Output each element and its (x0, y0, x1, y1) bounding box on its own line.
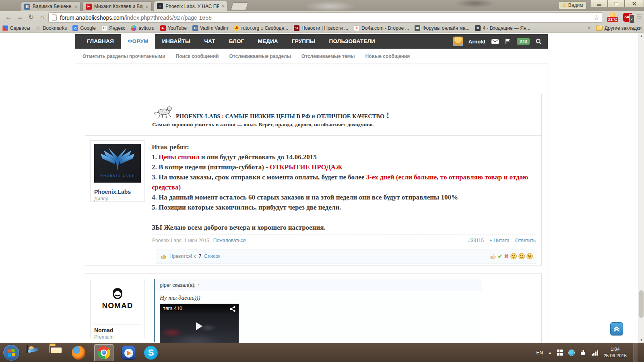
nav-home[interactable]: ГЛАВНАЯ (80, 34, 121, 49)
nav-users[interactable]: ПОЛЬЗОВАТЕЛИ (322, 34, 382, 49)
double-chevron-up-icon (613, 326, 620, 332)
reply-link[interactable]: Ответить (515, 238, 536, 243)
close-icon (632, 1, 637, 6)
post-username[interactable]: Nomad (94, 324, 141, 333)
video-embed[interactable]: тяга 410 (160, 304, 239, 343)
page-scrollbar[interactable]: ▴ ▾ (638, 33, 644, 343)
tray-expand-icon[interactable]: ▲ (548, 351, 552, 355)
taskbar-chrome-icon-active[interactable] (94, 344, 114, 361)
nav-media[interactable]: МЕДИА (251, 34, 285, 49)
bookmark-rutor[interactable]: ☭rutor.org :: Свободн... (233, 25, 288, 31)
quote-block: giper сказал(а): ↑ Ну ты даёшь))) тяга 4… (154, 279, 482, 342)
show-desktop-button[interactable] (634, 343, 638, 362)
back-button[interactable]: ← (3, 12, 14, 22)
forward-button[interactable]: → (14, 12, 25, 22)
profile-chip[interactable]: ⚠ Вадим (559, 1, 586, 9)
bookmark-google[interactable]: gGoogle (72, 25, 96, 31)
chrome-menu-icon[interactable]: ☰ (635, 12, 643, 22)
avatar[interactable]: PHOENIX LABS (94, 144, 141, 183)
play-button[interactable] (196, 322, 202, 330)
new-tab-button[interactable] (231, 2, 248, 10)
bookmark-mail[interactable]: ✉4 · Входящие — Ян... (475, 25, 530, 31)
scrollbar-thumb[interactable] (639, 290, 644, 318)
forum-subnav-bar: Отметить разделы прочитанными Поиск сооб… (75, 49, 548, 64)
network-signal-icon[interactable] (592, 350, 599, 356)
subnav-new-posts[interactable]: Новые сообщения (365, 53, 410, 59)
post-id-link[interactable]: #33115 (468, 238, 484, 243)
bookmark-star-icon[interactable]: ☆ (594, 14, 599, 21)
laugh-face-icon[interactable] (526, 253, 533, 259)
smile-face-icon[interactable] (510, 253, 517, 259)
taskbar-media-player-icon[interactable] (122, 346, 136, 360)
avatar[interactable] (453, 37, 463, 46)
subnav-watched-forums[interactable]: Отслеживаемые разделы (229, 53, 291, 59)
scrollbar-up-arrow[interactable]: ▴ (638, 33, 644, 39)
taskbar-remote-desktop-icon[interactable] (27, 346, 41, 360)
quote-link[interactable]: + Цитата (489, 238, 510, 243)
taskbar-skype-icon[interactable]: S (144, 346, 159, 360)
page-icon (52, 14, 57, 21)
power-plug-icon[interactable] (580, 350, 586, 356)
agree-check-icon[interactable]: ✔ (498, 253, 503, 259)
browser-tab-2[interactable]: ▶ Михаил Кокляев и Борис × (83, 1, 152, 11)
bookmark-vk[interactable]: BVadim Vadim (192, 25, 228, 31)
adblock-extension-icon[interactable]: ABP 7 (623, 13, 633, 22)
scroll-to-top-button[interactable] (610, 322, 623, 335)
alerts-flag-icon[interactable] (505, 38, 511, 45)
nav-blog[interactable]: БЛОГ (222, 34, 251, 49)
thumbs-up-icon[interactable] (490, 253, 496, 259)
subnav-search-posts[interactable]: Поиск сообщений (176, 53, 219, 59)
bookmark-news[interactable]: ЯНовости | Новости ... (294, 25, 348, 31)
bookmark-services[interactable]: Сервисы (2, 25, 30, 31)
angry-face-icon[interactable] (518, 253, 525, 259)
home-button[interactable]: ⌂ (37, 12, 47, 22)
tab-close-icon[interactable]: × (74, 4, 77, 9)
quote-header[interactable]: giper сказал(а): ↑ (155, 279, 482, 291)
bookmarks-overflow-icon[interactable]: » (588, 25, 590, 31)
bookmark-avito[interactable]: avito.ru (131, 25, 154, 31)
bookmark-do4a[interactable]: 4Do4a.com - Второе ... (354, 25, 409, 31)
address-bar[interactable]: forum.anabolicshops.com/index.php?thread… (48, 12, 603, 23)
start-button[interactable] (3, 345, 19, 361)
windows-tray-icon[interactable] (557, 350, 563, 356)
avatar[interactable]: NOMAD (94, 282, 141, 321)
nav-forum-active[interactable]: ФОРУМ (121, 34, 155, 49)
language-indicator[interactable]: EN (536, 350, 543, 356)
alerts-count-badge[interactable]: 273 (517, 38, 530, 45)
subnav-mark-read[interactable]: Отметить разделы прочитанными (83, 53, 165, 59)
disagree-cross-icon[interactable]: ✖ (504, 253, 509, 259)
minimize-button[interactable] (591, 0, 608, 7)
logged-in-username[interactable]: Arnold (469, 39, 485, 45)
search-icon[interactable] (535, 38, 542, 45)
bookmark-bookmarks[interactable]: ☆Bookmarks (36, 25, 67, 31)
post-username[interactable]: Phoenix.Labs (94, 186, 141, 195)
reload-button[interactable]: ↻ (26, 12, 36, 22)
nav-groups[interactable]: ГРУППЫ (285, 34, 322, 49)
skype-tray-icon[interactable] (568, 350, 575, 356)
bookmark-yandex[interactable]: ЯЯндекс (101, 25, 125, 31)
inbox-envelope-icon[interactable] (491, 39, 499, 44)
bookmark-youtube[interactable]: ▶YouTube (160, 25, 187, 31)
browser-tab-1[interactable]: В Вадимка Бешенный × (21, 1, 80, 11)
nav-invites[interactable]: ИНВАЙТЫ (155, 34, 197, 49)
report-link[interactable]: Пожаловаться (213, 238, 246, 243)
other-bookmarks-folder[interactable]: Другие закладки (596, 25, 642, 31)
likes-list-link[interactable]: Список (204, 253, 220, 259)
video-title[interactable]: тяга 410 (160, 304, 239, 315)
subnav-watched-threads[interactable]: Отслеживаемые темы (301, 53, 355, 59)
tab-close-icon[interactable]: × (221, 4, 225, 9)
nav-chat[interactable]: ЧАТ (197, 34, 222, 49)
quote-jump-arrow[interactable]: ↑ (198, 282, 200, 288)
tab-close-icon[interactable]: × (145, 4, 149, 9)
clock[interactable]: 1:04 25.06.2015 (603, 346, 627, 359)
share-icon[interactable] (229, 306, 236, 312)
restore-button[interactable] (608, 0, 625, 7)
weather-extension-icon[interactable]: 21°C (606, 12, 621, 23)
taskbar-firefox-icon[interactable] (72, 346, 86, 360)
scrollbar-down-arrow[interactable]: ▾ (638, 337, 644, 343)
rating-icons-row: ✔ ✖ (490, 253, 533, 259)
browser-tab-active[interactable]: ϕ Phoenix Labs. У НАС ПРО × (154, 1, 228, 11)
taskbar-explorer-icon[interactable] (49, 346, 64, 360)
bookmark-forums[interactable]: ФФорумы онлайн ма... (415, 25, 469, 31)
close-button[interactable] (625, 0, 644, 7)
